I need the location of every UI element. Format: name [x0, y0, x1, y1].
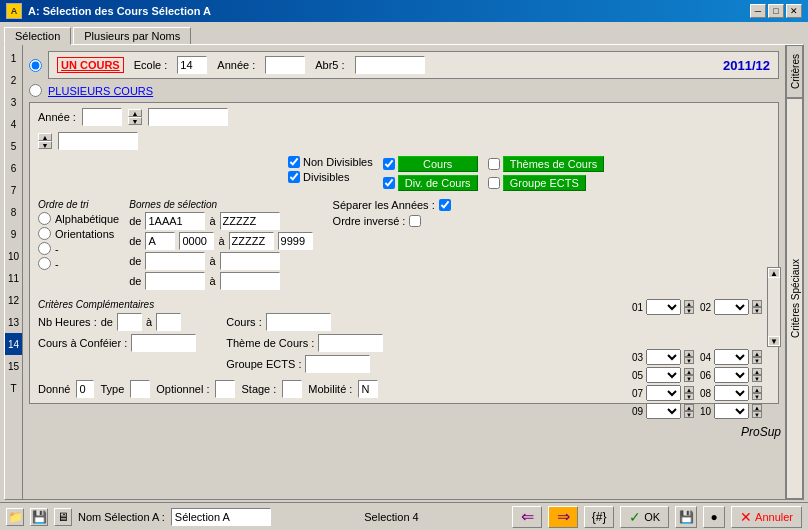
ecole-input[interactable]: [177, 56, 207, 74]
num-06-down[interactable]: ▼: [752, 375, 762, 382]
num-07-select[interactable]: [646, 385, 681, 401]
dot-icon[interactable]: ●: [703, 506, 725, 528]
cours-button[interactable]: Cours: [398, 156, 478, 172]
num-09-select[interactable]: [646, 403, 681, 419]
de1-input[interactable]: [145, 212, 205, 230]
num-08-up[interactable]: ▲: [752, 386, 762, 393]
annee-plusieurs-input2[interactable]: [148, 108, 228, 126]
annee-input[interactable]: [265, 56, 305, 74]
ordre-inverse-check[interactable]: [409, 215, 421, 227]
nb-heures-de-input[interactable]: [117, 313, 142, 331]
num-03-up[interactable]: ▲: [684, 350, 694, 357]
num-10-select[interactable]: [714, 403, 749, 419]
scroll-up[interactable]: ▲: [768, 268, 780, 278]
num-02-down[interactable]: ▼: [752, 307, 762, 314]
non-divisibles-check[interactable]: [288, 156, 300, 168]
de4-input[interactable]: [145, 272, 205, 290]
sep-annees-check[interactable]: [439, 199, 451, 211]
scroll-bar[interactable]: ▲ ▼: [767, 267, 781, 347]
cours-conf-input[interactable]: [131, 334, 196, 352]
a3-input[interactable]: [220, 252, 280, 270]
save-icon[interactable]: 💾: [30, 508, 48, 526]
alphabetique-radio[interactable]: [38, 212, 51, 225]
num-07-up[interactable]: ▲: [684, 386, 694, 393]
annee-plusieurs-input[interactable]: [82, 108, 122, 126]
nav-prev-button[interactable]: ⇐: [512, 506, 542, 528]
tab-plusieurs-par-noms[interactable]: Plusieurs par Noms: [73, 27, 191, 45]
donne-input[interactable]: [76, 380, 94, 398]
spin2-down[interactable]: ▼: [38, 141, 52, 149]
num-03-select[interactable]: [646, 349, 681, 365]
criteres-tab[interactable]: Critères: [786, 45, 803, 98]
num-10-down[interactable]: ▼: [752, 411, 762, 418]
spin2-up[interactable]: ▲: [38, 133, 52, 141]
num-04-up[interactable]: ▲: [752, 350, 762, 357]
cours-check[interactable]: [383, 158, 395, 170]
num-04-down[interactable]: ▼: [752, 357, 762, 364]
un-cours-radio[interactable]: [29, 59, 42, 72]
div-de-cours-button[interactable]: Div. de Cours: [398, 175, 478, 191]
num-07-down[interactable]: ▼: [684, 393, 694, 400]
theme-crit-input[interactable]: [318, 334, 383, 352]
groupe-ects-button[interactable]: Groupe ECTS: [503, 175, 586, 191]
divisibles-check[interactable]: [288, 171, 300, 183]
hash-button[interactable]: {#}: [584, 506, 614, 528]
a4-input[interactable]: [220, 272, 280, 290]
num-01-down[interactable]: ▼: [684, 307, 694, 314]
de2b-input[interactable]: [179, 232, 214, 250]
optionnel-input[interactable]: [215, 380, 235, 398]
num-02-select[interactable]: [714, 299, 749, 315]
ordre3-radio[interactable]: [38, 242, 51, 255]
db-icon[interactable]: 🖥: [54, 508, 72, 526]
type-input[interactable]: [130, 380, 150, 398]
div-de-cours-check[interactable]: [383, 177, 395, 189]
de3-input[interactable]: [145, 252, 205, 270]
mobilite-input[interactable]: [358, 380, 378, 398]
orientations-radio[interactable]: [38, 227, 51, 240]
num-10-up[interactable]: ▲: [752, 404, 762, 411]
num-09-down[interactable]: ▼: [684, 411, 694, 418]
groupe-crit-input[interactable]: [305, 355, 370, 373]
nav-next-button[interactable]: ⇒: [548, 506, 578, 528]
a1-input[interactable]: [220, 212, 280, 230]
spin-up[interactable]: ▲: [128, 109, 142, 117]
ok-button[interactable]: ✓ OK: [620, 506, 669, 528]
plusieurs-cours-label[interactable]: PLUSIEURS COURS: [48, 85, 153, 97]
ordre4-radio[interactable]: [38, 257, 51, 270]
annee-plusieurs-input3[interactable]: [58, 132, 138, 150]
num-05-up[interactable]: ▲: [684, 368, 694, 375]
groupe-ects-check[interactable]: [488, 177, 500, 189]
spin-down[interactable]: ▼: [128, 117, 142, 125]
maximize-button[interactable]: □: [768, 4, 784, 18]
a2-input[interactable]: [229, 232, 274, 250]
nb-heures-a-input[interactable]: [156, 313, 181, 331]
num-08-down[interactable]: ▼: [752, 393, 762, 400]
a2b-input[interactable]: [278, 232, 313, 250]
de2-input[interactable]: [145, 232, 175, 250]
num-09-up[interactable]: ▲: [684, 404, 694, 411]
tab-selection[interactable]: Sélection: [4, 27, 71, 45]
nom-selection-input[interactable]: [171, 508, 271, 526]
close-button[interactable]: ✕: [786, 4, 802, 18]
stage-input[interactable]: [282, 380, 302, 398]
num-06-up[interactable]: ▲: [752, 368, 762, 375]
folder-icon[interactable]: 📁: [6, 508, 24, 526]
themes-check[interactable]: [488, 158, 500, 170]
scroll-down[interactable]: ▼: [768, 336, 780, 346]
num-03-down[interactable]: ▼: [684, 357, 694, 364]
num-06-select[interactable]: [714, 367, 749, 383]
minimize-button[interactable]: ─: [750, 4, 766, 18]
num-05-select[interactable]: [646, 367, 681, 383]
num-01-select[interactable]: [646, 299, 681, 315]
annuler-button[interactable]: ✕ Annuler: [731, 506, 802, 528]
themes-button[interactable]: Thèmes de Cours: [503, 156, 604, 172]
cours-crit-input[interactable]: [266, 313, 331, 331]
abr5-input[interactable]: [355, 56, 425, 74]
num-01-up[interactable]: ▲: [684, 300, 694, 307]
criteres-speciaux-tab[interactable]: Critères Spéciaux: [786, 98, 803, 499]
num-02-up[interactable]: ▲: [752, 300, 762, 307]
plusieurs-cours-radio[interactable]: [29, 84, 42, 97]
num-04-select[interactable]: [714, 349, 749, 365]
save2-icon[interactable]: 💾: [675, 506, 697, 528]
num-05-down[interactable]: ▼: [684, 375, 694, 382]
